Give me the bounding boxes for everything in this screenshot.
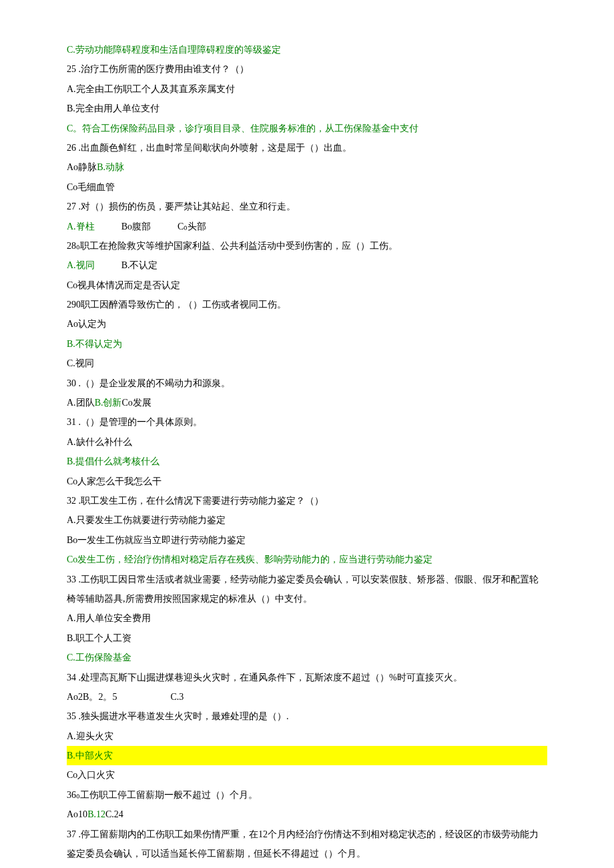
text-line: B.完全由用人单位支付 — [67, 99, 547, 118]
text-line: C.劳动功能障碍程度和生活自理障碍程度的等级鉴定 — [67, 40, 547, 59]
text-line: 25 .治疗工伤所需的医疗费用由谁支付？（） — [67, 59, 547, 79]
text-line: 290职工因醉酒导致伤亡的，（）工伤或者视同工伤。 — [67, 295, 547, 314]
text-line: C.工伤保险基金 — [67, 648, 547, 667]
text-line: B.提倡什么就考核什么 — [67, 452, 547, 471]
text-line: A.缺什么补什么 — [67, 432, 547, 452]
text-line: C。符合工伤保险药品目录，诊疗项目目录、住院服务标准的，从工伤保险基金中支付 — [67, 119, 547, 138]
text-line: Co毛细血管 — [67, 177, 547, 197]
text-line: Ao静脉B.动脉 — [67, 157, 547, 177]
text-line: B.中部火灾 — [67, 746, 547, 765]
text-line: Ao2B。2。5C.3 — [67, 687, 547, 707]
document-body: C.劳动功能障碍程度和生活自理障碍程度的等级鉴定25 .治疗工伤所需的医疗费用由… — [67, 40, 547, 868]
text-line: B.不得认定为 — [67, 334, 547, 354]
text-line: 33 .工伤职工因日常生活或者就业需要，经劳动能力鉴定委员会确认，可以安装假肢、… — [67, 570, 547, 609]
text-line: 34 .处理高瓦斯下山掘进煤巷迎头火灾时，在通风条件下，瓦斯浓度不超过（）%时可… — [67, 668, 547, 687]
text-line: C.视同 — [67, 354, 547, 373]
text-line: 30 .（）是企业发展的不竭动力和源泉。 — [67, 374, 547, 393]
text-line: A.迎头火灾 — [67, 727, 547, 746]
text-line: A.视同B.不认定 — [67, 256, 547, 275]
text-line: A.完全由工伤职工个人及其直系亲属支付 — [67, 79, 547, 99]
text-line: B.职工个人工资 — [67, 628, 547, 648]
text-line: Co发生工伤，经治疗伤情相对稳定后存在残疾、影响劳动能力的，应当进行劳动能力鉴定 — [67, 550, 547, 569]
text-line: Bo一发生工伤就应当立即进行劳动能力鉴定 — [67, 530, 547, 550]
text-line: 36₀工伤职工停工留薪期一般不超过（）个月。 — [67, 785, 547, 805]
text-line: 27 .对（）损伤的伤员，要严禁让其站起、坐立和行走。 — [67, 197, 547, 216]
text-line: A.团队B.创新Co发展 — [67, 393, 547, 412]
text-line: 28₀职工在抢险救灾等维护国家利益、公共利益活动中受到伤害的，应（）工伤。 — [67, 236, 547, 256]
text-line: Ao认定为 — [67, 314, 547, 334]
text-line: Ao12B₀18C.24 — [67, 863, 547, 868]
text-line: A.脊柱Bo腹部C₀头部 — [67, 217, 547, 236]
text-line: 32 .职工发生工伤，在什么情况下需要进行劳动能力鉴定？（） — [67, 491, 547, 510]
text-line: Co人家怎么干我怎么干 — [67, 472, 547, 491]
text-line: Co入口火灾 — [67, 765, 547, 785]
text-line: A.只要发生工伤就要进行劳动能力鉴定 — [67, 510, 547, 530]
text-line: Co视具体情况而定是否认定 — [67, 276, 547, 295]
text-line: 37 .停工留薪期内的工伤职工如果伤情严重，在12个月内经治疗伤情达不到相对稳定… — [67, 825, 547, 864]
text-line: 26 .出血颜色鲜红，出血时常呈间歇状向外喷射，这是屈于（）出血。 — [67, 138, 547, 157]
text-line: 31 .（）是管理的一个具体原则。 — [67, 412, 547, 432]
text-line: Ao10B.12C.24 — [67, 805, 547, 824]
text-line: A.用人单位安全费用 — [67, 608, 547, 628]
text-line: 35 .独头掘进水平巷道发生火灾时，最难处理的是（）. — [67, 707, 547, 726]
